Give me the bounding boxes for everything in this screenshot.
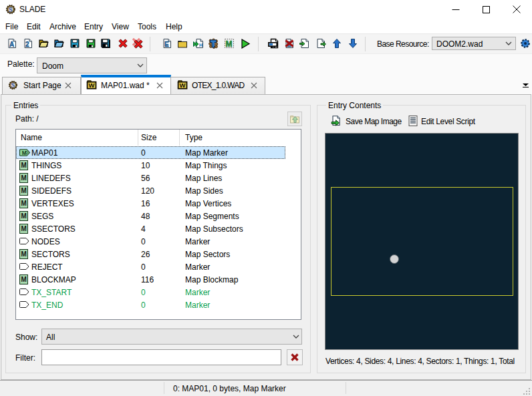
svg-text:M: M [21, 276, 27, 283]
svg-text:M: M [21, 200, 27, 207]
svg-text:A: A [9, 41, 14, 48]
svg-text:H: H [199, 43, 203, 47]
svg-text:M: M [21, 225, 27, 232]
svg-text:M: M [226, 39, 233, 49]
svg-text:E: E [164, 41, 169, 48]
svg-text:M: M [21, 174, 27, 182]
svg-text:S: S [11, 82, 15, 89]
svg-text:M: M [21, 250, 27, 258]
svg-text:M: M [21, 212, 27, 220]
svg-text:S: S [9, 6, 13, 13]
svg-text:W: W [179, 81, 185, 89]
svg-text:M: M [21, 187, 27, 194]
svg-text:2: 2 [25, 41, 29, 48]
svg-text:M: M [21, 162, 27, 169]
svg-text:M: M [22, 150, 27, 156]
svg-text:W: W [88, 81, 94, 89]
